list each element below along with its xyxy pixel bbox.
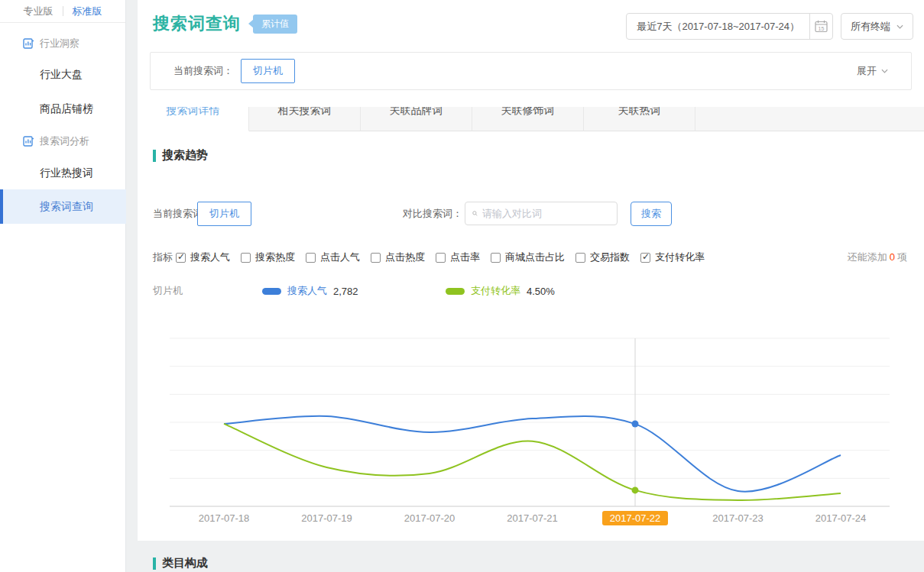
calendar-icon: 15 [815,20,828,33]
metric-checkbox-4[interactable]: 点击热度 [371,250,425,264]
legend-series-name: 搜索人气 [287,284,327,298]
metric-label: 点击热度 [385,250,425,264]
metric-checkbox-5[interactable]: 点击率 [436,250,480,264]
chevron-down-icon [881,69,888,73]
checkbox-checked-icon[interactable] [176,253,186,263]
svg-text:15: 15 [819,26,825,31]
metric-label: 搜索热度 [255,250,295,264]
sidebar-item-label: 商品店铺榜 [40,102,93,116]
sidebar: 专业版 标准版 行业洞察行业大盘商品店铺榜搜索词分析行业热搜词搜索词查询 [0,0,126,572]
compare-word-input[interactable] [482,203,617,224]
current-word-label: 当前搜索词： [173,64,233,78]
expand-toggle[interactable]: 展开 [857,64,888,78]
section-accent-bar [153,150,156,162]
page-title: 搜索词查询 [153,12,241,35]
checkbox-checked-icon[interactable] [640,253,650,263]
checkbox-icon[interactable] [491,253,501,263]
x-axis-label: 2017-07-23 [712,512,764,524]
add-more-hint: 还能添加0项 [848,250,907,264]
metric-label: 交易指数 [590,250,630,264]
sidebar-item-1: 行业洞察 [0,34,126,53]
trend-current-word-chip[interactable]: 切片机 [197,202,251,226]
terminal-select[interactable]: 所有终端 [841,13,913,40]
search-trend-panel: 搜索趋势 当前搜索词: 切片机 对比搜索词： 搜索 指标： 搜索人气搜索热度点击… [138,131,924,541]
calendar-button[interactable]: 15 [809,14,832,39]
sidebar-item-5[interactable]: 行业热搜词 [0,163,126,183]
x-axis-label: 2017-07-21 [507,512,558,524]
compare-input-wrap [465,202,618,225]
category-section-header: 类目构成 [153,556,208,570]
checkbox-icon[interactable] [306,253,316,263]
main-content: 搜索词详情相关搜索词关联品牌词关联修饰词关联热词 搜索词查询 累计值 最近7天（… [138,0,924,572]
metric-checkbox-2[interactable]: 搜索热度 [241,250,295,264]
legend-swatch-icon [262,288,281,295]
metric-label: 点击人气 [320,250,360,264]
metrics-row: 指标： 搜索人气搜索热度点击人气点击热度点击率商城点击占比交易指数支付转化率 还… [138,250,924,266]
sidebar-item-3[interactable]: 商品店铺榜 [0,99,126,119]
sidebar-item-4: 搜索词分析 [0,131,126,151]
legend-item-search-popularity: 搜索人气2,782 [262,284,358,298]
current-search-word-panel: 当前搜索词： 切片机 展开 [150,52,912,90]
terminal-select-value: 所有终端 [851,20,890,34]
legend-swatch-icon [446,288,465,295]
line-chart-svg: 2017-07-182017-07-192017-07-202017-07-21… [138,336,924,528]
current-word-chip[interactable]: 切片机 [241,59,295,83]
sidebar-item-2[interactable]: 行业大盘 [0,65,126,85]
checkbox-icon[interactable] [371,253,381,263]
search-word-analysis-icon [23,136,34,147]
sidebar-item-label: 行业洞察 [40,37,79,50]
checkbox-icon[interactable] [241,253,251,263]
search-button[interactable]: 搜索 [631,202,672,226]
sidebar-item-label: 搜索词查询 [40,200,93,214]
trend-section-header: 搜索趋势 [153,148,208,163]
metric-checkbox-6[interactable]: 商城点击占比 [491,250,565,264]
search-icon [472,208,478,219]
industry-insight-icon [23,38,34,49]
tab-standard-version[interactable]: 标准版 [63,5,112,18]
sidebar-item-6[interactable]: 搜索词查询 [0,189,126,224]
x-axis-label: 2017-07-19 [301,512,352,524]
hover-dot-series-1 [632,421,639,428]
metric-checkbox-3[interactable]: 点击人气 [306,250,360,264]
sidebar-item-label: 行业大盘 [40,68,83,82]
x-axis-label: 2017-07-18 [199,512,250,524]
page: 专业版 标准版 行业洞察行业大盘商品店铺榜搜索词分析行业热搜词搜索词查询 搜索词… [0,0,924,572]
category-section: 类目构成 [138,541,924,572]
hover-dot-series-2 [632,486,639,493]
checkbox-icon[interactable] [575,253,585,263]
trend-line-chart[interactable]: 2017-07-182017-07-192017-07-202017-07-21… [138,336,924,528]
header-card: 搜索词查询 累计值 最近7天（2017-07-18~2017-07-24） 15 [138,0,924,107]
metric-label: 商城点击占比 [505,250,565,264]
x-axis-label-highlighted[interactable]: 2017-07-22 [610,512,661,524]
chevron-down-icon [896,24,903,29]
version-tabs: 专业版 标准版 [0,0,125,23]
section-accent-bar [153,557,156,570]
date-range-control: 最近7天（2017-07-18~2017-07-24） 15 [626,13,833,40]
date-range-value[interactable]: 最近7天（2017-07-18~2017-07-24） [627,14,809,39]
legend-series-name: 支付转化率 [471,284,520,298]
series-line-1 [224,416,841,492]
series-line-2 [224,424,841,500]
page-title-row: 搜索词查询 累计值 [153,12,297,35]
legend-series-value: 2,782 [333,286,358,297]
tab-pro-version[interactable]: 专业版 [15,5,63,18]
category-section-title: 类目构成 [162,556,208,570]
cumulative-value-badge: 累计值 [253,15,297,34]
legend-series-value: 4.50% [527,286,555,297]
metric-label: 支付转化率 [655,250,705,264]
x-axis-label: 2017-07-24 [815,512,867,524]
metric-checkbox-1[interactable]: 搜索人气 [176,250,230,264]
x-axis-label: 2017-07-20 [404,512,456,524]
metric-label: 点击率 [450,250,480,264]
checkbox-icon[interactable] [436,253,446,263]
trend-controls-row: 当前搜索词: 切片机 对比搜索词： 搜索 [138,202,924,226]
top-controls: 最近7天（2017-07-18~2017-07-24） 15 所有终端 [626,13,913,40]
legend-keyword: 切片机 [153,284,183,298]
trend-section-title: 搜索趋势 [162,148,208,163]
metric-checkbox-7[interactable]: 交易指数 [575,250,630,264]
metric-label: 搜索人气 [190,250,230,264]
metric-checkbox-8[interactable]: 支付转化率 [640,250,705,264]
legend-item-pay-conversion: 支付转化率4.50% [446,284,555,298]
expand-label: 展开 [857,64,877,78]
chart-legend-row: 切片机 搜索人气2,782 支付转化率4.50% [138,284,924,299]
